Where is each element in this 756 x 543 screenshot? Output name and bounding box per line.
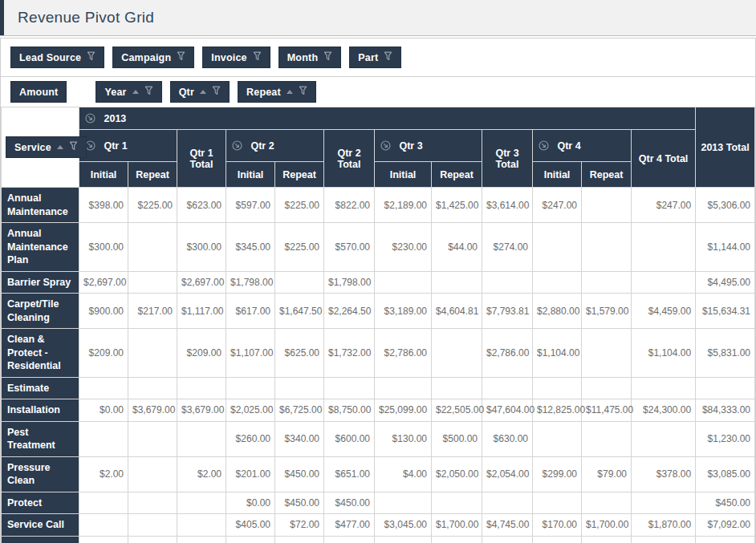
title-bar: Revenue Pivot Grid bbox=[0, 0, 756, 36]
filter-icon[interactable] bbox=[144, 86, 153, 98]
data-cell bbox=[79, 377, 128, 399]
column-header-repeat: Repeat bbox=[582, 162, 632, 188]
data-cell: $32,828.81 bbox=[432, 536, 482, 543]
data-cell: $209.00 bbox=[79, 329, 128, 378]
collapse-icon[interactable] bbox=[85, 113, 96, 124]
data-cell bbox=[482, 377, 533, 399]
data-cell: $11,475.00 bbox=[582, 399, 632, 422]
data-cell bbox=[177, 377, 226, 399]
data-cell bbox=[275, 377, 324, 399]
filter-field-lead-source[interactable]: Lead Source bbox=[10, 47, 104, 68]
data-cell: $1,700.00 bbox=[582, 514, 632, 537]
data-cell: $1,798.00 bbox=[226, 271, 275, 294]
data-cell: $570.00 bbox=[324, 223, 375, 272]
column-header-qtr2-total: Qtr 2 Total bbox=[324, 130, 375, 188]
page-title: Revenue Pivot Grid bbox=[0, 9, 154, 26]
data-cell: $25,099.00 bbox=[375, 399, 432, 422]
data-cell: $4,745.00 bbox=[482, 514, 533, 537]
data-cell: $3,679.00 bbox=[128, 399, 177, 422]
column-header-qtr4-total: Qtr 4 Total bbox=[632, 130, 696, 188]
data-cell: $617.00 bbox=[226, 294, 275, 329]
collapse-icon[interactable] bbox=[380, 140, 391, 151]
filter-icon[interactable] bbox=[87, 51, 96, 63]
collapse-icon[interactable] bbox=[232, 140, 242, 151]
filter-field-campaign[interactable]: Campaign bbox=[112, 47, 194, 68]
column-header-2013[interactable]: 2013 bbox=[79, 107, 696, 130]
column-field-qtr[interactable]: Qtr bbox=[170, 81, 230, 103]
row-total-cell: $450.00 bbox=[696, 492, 755, 514]
data-cell bbox=[432, 492, 482, 514]
row-header: Barrier Spray bbox=[2, 271, 79, 294]
column-header-qtr4[interactable]: Qtr 4 bbox=[533, 130, 632, 162]
row-field-service[interactable]: Service bbox=[6, 136, 87, 158]
filter-fields-area: Lead Source Campaign Invoice Month Part bbox=[1, 38, 755, 77]
filter-icon[interactable] bbox=[299, 86, 307, 98]
data-cell: $6,725.00 bbox=[275, 399, 324, 422]
collapse-icon[interactable] bbox=[539, 140, 549, 151]
data-cell: $10,759.50 bbox=[275, 536, 324, 543]
row-header: Grand Total bbox=[2, 536, 79, 543]
data-cell bbox=[177, 514, 226, 537]
row-total-cell: $128,600.31 bbox=[696, 536, 755, 543]
data-cell: $217.00 bbox=[128, 294, 177, 329]
data-cell: $1,579.00 bbox=[582, 294, 632, 329]
filter-icon[interactable] bbox=[69, 141, 78, 153]
data-cell bbox=[79, 421, 128, 456]
data-cell: $3,679.00 bbox=[177, 399, 226, 422]
column-fields-area: Amount Year Qtr Repeat bbox=[1, 77, 755, 107]
data-cell bbox=[375, 492, 432, 514]
data-cell: $1,117.00 bbox=[177, 294, 226, 329]
title-accent-bar bbox=[0, 0, 4, 35]
table-row: Annual Maintenance$398.00$225.00$623.00$… bbox=[2, 188, 755, 223]
data-cell bbox=[128, 456, 177, 492]
collapse-icon[interactable] bbox=[85, 140, 96, 151]
sort-ascending-icon bbox=[287, 90, 293, 94]
filter-icon[interactable] bbox=[384, 51, 392, 63]
data-cell: $1,104.00 bbox=[533, 329, 582, 378]
column-header-repeat: Repeat bbox=[128, 162, 177, 188]
column-header-qtr2[interactable]: Qtr 2 bbox=[226, 130, 324, 162]
data-cell: $450.00 bbox=[275, 492, 324, 514]
data-cell: $170.00 bbox=[533, 514, 582, 537]
column-header-qtr3-total: Qtr 3 Total bbox=[482, 130, 533, 188]
data-cell: $651.00 bbox=[324, 456, 375, 492]
column-header-qtr1[interactable]: Qtr 1 bbox=[79, 130, 177, 162]
data-cell bbox=[79, 514, 128, 537]
row-header: Estimate bbox=[2, 377, 79, 399]
row-total-cell bbox=[696, 377, 755, 399]
data-cell: $597.00 bbox=[226, 188, 275, 223]
data-cell bbox=[533, 223, 582, 272]
data-cell: $2,786.00 bbox=[375, 329, 432, 378]
filter-icon[interactable] bbox=[253, 51, 262, 63]
data-cell bbox=[324, 377, 375, 399]
field-label: Campaign bbox=[121, 52, 171, 63]
row-total-cell: $5,831.00 bbox=[696, 329, 755, 378]
filter-icon[interactable] bbox=[177, 51, 185, 63]
data-cell: $378.00 bbox=[632, 456, 696, 492]
filter-field-part[interactable]: Part bbox=[349, 47, 401, 68]
data-cell: $1,107.00 bbox=[226, 329, 275, 378]
row-header: Carpet/Tile Cleaning bbox=[2, 294, 79, 329]
table-row: Protect$0.00$450.00$450.00$450.00 bbox=[2, 492, 755, 514]
data-cell: $44.00 bbox=[432, 223, 482, 272]
sort-ascending-icon bbox=[200, 90, 206, 94]
column-field-year[interactable]: Year bbox=[96, 81, 161, 103]
column-header-qtr3[interactable]: Qtr 3 bbox=[375, 130, 482, 162]
data-cell bbox=[375, 271, 432, 294]
column-field-repeat[interactable]: Repeat bbox=[238, 81, 316, 103]
data-field-amount[interactable]: Amount bbox=[10, 81, 67, 103]
data-cell bbox=[432, 271, 482, 294]
field-label: Repeat bbox=[246, 87, 281, 98]
row-header: Protect bbox=[2, 492, 79, 514]
filter-field-invoice[interactable]: Invoice bbox=[202, 47, 270, 68]
data-cell: $625.00 bbox=[275, 329, 324, 378]
filter-field-month[interactable]: Month bbox=[278, 47, 341, 68]
data-cell: $477.00 bbox=[324, 514, 375, 537]
filter-icon[interactable] bbox=[323, 51, 332, 63]
field-label: Year bbox=[104, 87, 126, 98]
data-cell: $340.00 bbox=[275, 421, 324, 456]
column-header-repeat: Repeat bbox=[275, 162, 324, 188]
data-cell: $2,786.00 bbox=[482, 329, 533, 378]
filter-icon[interactable] bbox=[212, 86, 221, 98]
data-cell bbox=[128, 271, 177, 294]
